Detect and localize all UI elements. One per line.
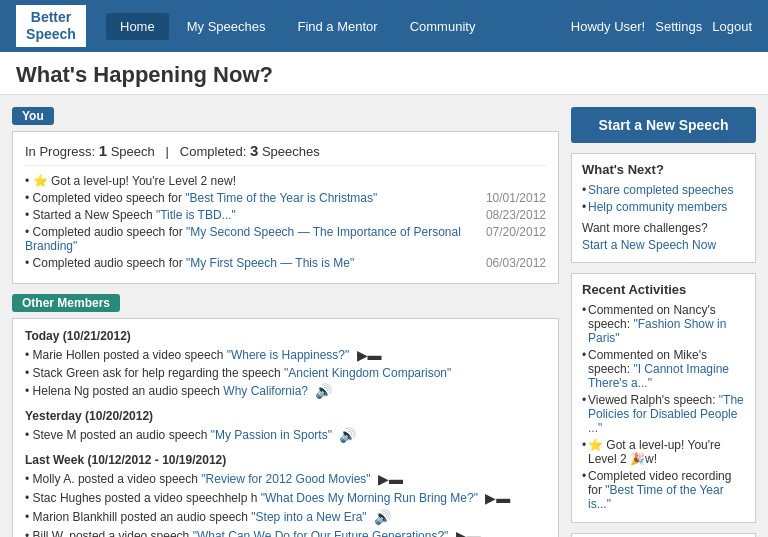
activity-date: 08/23/2012 — [486, 208, 546, 222]
speech-link[interactable]: "What Can We Do for Our Future Generatio… — [189, 529, 448, 537]
your-activity-list: • ⭐ Got a level-up! You're Level 2 new! … — [25, 174, 546, 270]
list-item: Commented on Mike's speech: "I Cannot Im… — [582, 348, 745, 390]
whats-new-box: What's New in Website We added 23564 new… — [571, 533, 756, 537]
speech-link[interactable]: "My Second Speech — The Importance of Pe… — [25, 225, 461, 253]
nav-community[interactable]: Community — [396, 13, 490, 40]
other-members-badge: Other Members — [12, 294, 120, 312]
main-column: You In Progress: 1 Speech | Completed: 3… — [12, 107, 559, 537]
logo-line1: Better — [24, 9, 78, 26]
list-item: Completed video recording for "Best Time… — [582, 469, 745, 511]
list-item: • Bill W. posted a video speech "What Ca… — [25, 528, 546, 537]
nav-home[interactable]: Home — [106, 13, 169, 40]
last-week-group: Last Week (10/12/2012 - 10/19/2012) • Mo… — [25, 453, 546, 537]
logo-line2: Speech — [24, 26, 78, 43]
speech-link[interactable]: "Where is Happiness?" — [223, 348, 349, 362]
share-speeches-link[interactable]: Share completed speeches — [588, 183, 733, 197]
list-item: • Steve M posted an audio speech "My Pas… — [25, 427, 546, 443]
speech-link[interactable]: "My Passion in Sports" — [207, 428, 332, 442]
audio-icon: 🔊 — [315, 383, 332, 399]
list-item: • Helena Ng posted an audio speech Why C… — [25, 383, 546, 399]
completed-label: Completed: — [180, 144, 246, 159]
main-nav: Home My Speeches Find a Mentor Community — [106, 13, 571, 40]
activity-date: 06/03/2012 — [486, 256, 546, 270]
list-item: • Stac Hughes posted a video speechhelp … — [25, 490, 546, 506]
list-item: ⭐ Got a level-up! You're Level 2 🎉w! — [582, 438, 745, 466]
completed-unit: Speeches — [262, 144, 320, 159]
header-right: Howdy User! Settings Logout — [571, 19, 752, 34]
activity-date: 07/20/2012 — [486, 225, 546, 253]
speech-link[interactable]: "My First Speech — This is Me" — [186, 256, 354, 270]
day-label-today: Today (10/21/2012) — [25, 329, 546, 343]
other-members-section: Other Members Today (10/21/2012) • Marie… — [12, 294, 559, 537]
whats-next-title: What's Next? — [582, 162, 745, 177]
list-item: • Completed video speech for "Best Time … — [25, 191, 546, 205]
you-panel: In Progress: 1 Speech | Completed: 3 Spe… — [12, 131, 559, 284]
you-badge: You — [12, 107, 54, 125]
list-item: Viewed Ralph's speech: "The Policies for… — [582, 393, 745, 435]
start-now-link[interactable]: Start a New Speech Now — [582, 238, 716, 252]
list-item: • Marion Blankhill posted an audio speec… — [25, 509, 546, 525]
recent-activities-box: Recent Activities Commented on Nancy's s… — [571, 273, 756, 523]
stats-row: In Progress: 1 Speech | Completed: 3 Spe… — [25, 142, 546, 166]
speech-link[interactable]: "Step into a New Era" — [248, 510, 367, 524]
page-title: What's Happening Now? — [16, 62, 273, 87]
day-label-yesterday: Yesterday (10/20/2012) — [25, 409, 546, 423]
activity-date: 10/01/2012 — [486, 191, 546, 205]
start-new-speech-button[interactable]: Start a New Speech — [571, 107, 756, 143]
logo: Better Speech — [16, 5, 86, 47]
nav-my-speeches[interactable]: My Speeches — [173, 13, 280, 40]
whats-next-list: Share completed speeches Help community … — [582, 183, 745, 214]
list-item: • Marie Hollen posted a video speech "Wh… — [25, 347, 546, 363]
list-item: • ⭐ Got a level-up! You're Level 2 new! — [25, 174, 546, 188]
in-progress-count: 1 — [99, 142, 107, 159]
header: Better Speech Home My Speeches Find a Me… — [0, 0, 768, 52]
completed-count: 3 — [250, 142, 258, 159]
nav-find-mentor[interactable]: Find a Mentor — [283, 13, 391, 40]
you-section: You In Progress: 1 Speech | Completed: 3… — [12, 107, 559, 284]
video-icon: ▶▬ — [357, 347, 382, 363]
speech-link[interactable]: "Ancient Kingdom Comparison" — [281, 366, 452, 380]
yesterday-group: Yesterday (10/20/2012) • Steve M posted … — [25, 409, 546, 443]
greeting-text: Howdy User! — [571, 19, 645, 34]
recent-activities-title: Recent Activities — [582, 282, 745, 297]
other-members-panel: Today (10/21/2012) • Marie Hollen posted… — [12, 318, 559, 537]
settings-link[interactable]: Settings — [655, 19, 702, 34]
list-item: • Completed audio speech for "My First S… — [25, 256, 546, 270]
list-item: Share completed speeches — [582, 183, 745, 197]
page-title-bar: What's Happening Now? — [0, 52, 768, 95]
day-label-lastweek: Last Week (10/12/2012 - 10/19/2012) — [25, 453, 546, 467]
audio-icon: 🔊 — [374, 509, 391, 525]
list-item: Commented on Nancy's speech: "Fashion Sh… — [582, 303, 745, 345]
speech-link[interactable]: "Review for 2012 Good Movies" — [198, 472, 371, 486]
recent-activities-list: Commented on Nancy's speech: "Fashion Sh… — [582, 303, 745, 511]
speech-link[interactable]: Why California? — [220, 384, 308, 398]
speech-link[interactable]: "Title is TBD..." — [156, 208, 236, 222]
sidebar: Start a New Speech What's Next? Share co… — [571, 107, 756, 537]
speech-link[interactable]: "What Does My Morning Run Bring Me?" — [257, 491, 478, 505]
speech-link[interactable]: "Best Time of the Year is Christmas" — [185, 191, 377, 205]
list-item: • Molly A. posted a video speech "Review… — [25, 471, 546, 487]
list-item: • Stack Green ask for help regarding the… — [25, 366, 546, 380]
audio-icon: 🔊 — [339, 427, 356, 443]
activity-link[interactable]: "The Policies for Disabled People ..." — [588, 393, 744, 435]
video-icon: ▶▬ — [456, 528, 481, 537]
video-icon: ▶▬ — [485, 490, 510, 506]
logout-link[interactable]: Logout — [712, 19, 752, 34]
activity-link[interactable]: "Fashion Show in Paris" — [588, 317, 726, 345]
activity-text: • ⭐ Got a level-up! You're Level 2 new! — [25, 174, 236, 188]
want-more-text: Want more challenges? Start a New Speech… — [582, 220, 745, 254]
video-icon: ▶▬ — [378, 471, 403, 487]
activity-link[interactable]: "Best Time of the Year is..." — [588, 483, 724, 511]
list-item: • Completed audio speech for "My Second … — [25, 225, 546, 253]
help-community-link[interactable]: Help community members — [588, 200, 727, 214]
in-progress-unit: Speech — [111, 144, 155, 159]
content-wrapper: You In Progress: 1 Speech | Completed: 3… — [0, 95, 768, 537]
in-progress-label: In Progress: — [25, 144, 95, 159]
list-item: Help community members — [582, 200, 745, 214]
today-group: Today (10/21/2012) • Marie Hollen posted… — [25, 329, 546, 399]
activity-link[interactable]: "I Cannot Imagine There's a..." — [588, 362, 729, 390]
whats-next-box: What's Next? Share completed speeches He… — [571, 153, 756, 263]
list-item: • Started a New Speech "Title is TBD..."… — [25, 208, 546, 222]
